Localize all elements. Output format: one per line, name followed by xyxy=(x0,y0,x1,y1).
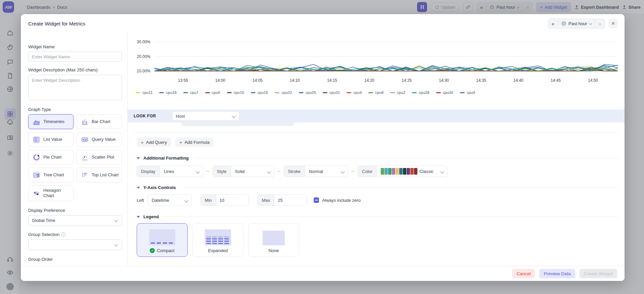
chevron-down-icon xyxy=(267,170,271,173)
modal-time-range-dropdown[interactable]: Past hour xyxy=(558,19,595,28)
legend-item[interactable]: cpu30 xyxy=(436,91,453,95)
palette-swatch xyxy=(403,168,406,175)
graph-type-list-value[interactable]: List Value xyxy=(28,132,74,147)
svg-text:13:55: 13:55 xyxy=(178,78,188,83)
display-label: Display xyxy=(137,166,160,177)
query-value-icon: 5.12 xyxy=(81,136,89,143)
palette-swatch xyxy=(384,168,388,175)
palette-swatch xyxy=(381,168,384,175)
chevron-down-icon xyxy=(232,114,235,118)
svg-text:14:15: 14:15 xyxy=(327,78,337,83)
group-selection-label: Group Selection i xyxy=(28,232,122,237)
legend-option-none[interactable]: None xyxy=(248,223,299,257)
close-icon[interactable]: ✕ xyxy=(608,19,618,28)
graph-type-query-value[interactable]: 5.12 Query Value xyxy=(77,132,122,147)
compact-legend-thumbnail xyxy=(149,229,175,245)
widget-config-panel: Widget Name Widget Description (Max 250 … xyxy=(21,33,128,266)
svg-text:5.12: 5.12 xyxy=(83,139,87,141)
widget-preview-panel: 30.00%20.00%10.00%13:5514:0014:0514:1014… xyxy=(128,33,625,266)
divider xyxy=(182,187,618,188)
collapse-triangle-icon xyxy=(137,157,140,159)
graph-type-hexagon-chart[interactable]: Hexagon Chart xyxy=(28,185,74,201)
display-preference-select[interactable]: Global Time xyxy=(28,215,122,226)
min-input[interactable] xyxy=(216,195,248,205)
stroke-control: Stroke Normal xyxy=(284,166,349,177)
widget-description-input[interactable] xyxy=(28,75,122,100)
stroke-label: Stroke xyxy=(284,166,305,177)
look-for-bar: LOOK FOR Host xyxy=(128,110,625,122)
max-input[interactable] xyxy=(274,195,307,205)
y-axis-controls-header[interactable]: Y-Axis Controls xyxy=(137,185,618,190)
create-widget-button[interactable]: Create Widget xyxy=(580,269,617,278)
legend-item[interactable]: cpu22 xyxy=(275,91,292,95)
left-axis-select[interactable]: Datetime xyxy=(148,195,191,205)
max-label: Max xyxy=(258,195,275,205)
legend-item[interactable]: cpu7 xyxy=(183,91,198,95)
palette-swatch xyxy=(392,168,395,175)
collapse-triangle-icon xyxy=(137,187,140,189)
legend-item[interactable]: cpu25 xyxy=(299,91,316,95)
legend-item[interactable]: cpu18 xyxy=(159,91,176,95)
graph-type-tree-chart[interactable]: Tree Chart xyxy=(28,168,74,182)
modal-time-forward-button[interactable]: » xyxy=(595,19,605,28)
graph-type-label: Graph Type xyxy=(28,107,122,112)
graph-type-timeseries[interactable]: Timeseries xyxy=(28,114,74,129)
palette-swatch xyxy=(396,168,399,175)
stroke-select[interactable]: Normal xyxy=(305,166,348,177)
group-selection-select[interactable] xyxy=(28,239,122,250)
plus-icon: + xyxy=(179,139,182,145)
display-select[interactable]: Lines xyxy=(160,166,203,177)
palette-swatch xyxy=(407,168,410,175)
collapse-triangle-icon xyxy=(137,216,140,218)
palette-swatch xyxy=(399,168,403,175)
legend-item[interactable]: cpu28 xyxy=(412,91,429,95)
max-control: Max xyxy=(258,194,307,206)
graph-type-bar-chart[interactable]: Bar Chart xyxy=(77,114,122,129)
legend-style-options: ✓ Compact Expanded None xyxy=(137,223,299,257)
legend-section-header[interactable]: Legend xyxy=(137,214,618,219)
legend-item[interactable]: cpu11 xyxy=(136,91,152,95)
graph-type-top-list-chart[interactable]: Top List Chart xyxy=(77,168,122,182)
legend-item[interactable]: cpu15 xyxy=(227,91,244,95)
divider xyxy=(351,171,355,172)
graph-type-pie-chart[interactable]: Pie Chart xyxy=(28,150,74,165)
none-legend-thumbnail xyxy=(263,231,285,245)
legend-item[interactable]: cpu8 xyxy=(368,91,383,95)
svg-text:14:50: 14:50 xyxy=(588,78,598,83)
divider xyxy=(195,158,618,158)
look-for-select[interactable]: Host xyxy=(172,111,239,121)
chevron-down-icon xyxy=(341,170,344,173)
formatting-controls-row: Display Lines Style Solid Stroke Normal … xyxy=(137,166,448,177)
palette-swatch xyxy=(414,168,417,175)
legend-option-compact[interactable]: ✓ Compact xyxy=(137,223,188,257)
left-axis-control: Datetime xyxy=(147,194,192,206)
add-query-button[interactable]: + Add Query xyxy=(137,137,171,147)
timeseries-icon xyxy=(33,118,40,126)
color-palette-swatches xyxy=(381,168,417,175)
style-select[interactable]: Solid xyxy=(231,166,274,177)
preview-data-button[interactable]: Preview Data xyxy=(539,269,575,278)
legend-item[interactable]: cpu5 xyxy=(205,91,220,95)
svg-text:20.00%: 20.00% xyxy=(137,54,150,59)
widget-name-input[interactable] xyxy=(28,52,122,62)
legend-item[interactable]: cpu4 xyxy=(347,91,362,95)
modal-time-back-button[interactable]: « xyxy=(548,19,558,28)
pie-chart-icon xyxy=(33,154,40,161)
legend-item[interactable]: cpu16 xyxy=(251,91,268,95)
always-include-zero-label: Always include zero xyxy=(322,198,361,203)
svg-text:14:45: 14:45 xyxy=(551,78,561,83)
legend-option-expanded[interactable]: Expanded xyxy=(192,223,243,257)
legend-item[interactable]: cpu2 xyxy=(390,91,405,95)
legend-item[interactable]: cpu31 xyxy=(323,91,340,95)
svg-text:14:05: 14:05 xyxy=(252,78,263,83)
additional-formatting-header[interactable]: Additional Formatting xyxy=(137,156,618,161)
cancel-button[interactable]: Cancel xyxy=(512,269,535,278)
always-include-zero-checkbox[interactable] xyxy=(314,197,319,203)
legend-item[interactable]: cpu9 xyxy=(460,91,475,95)
color-label: Color xyxy=(358,166,377,177)
color-select[interactable]: Classic xyxy=(377,166,447,177)
graph-type-scatter-plot[interactable]: Scatter Plot xyxy=(77,150,122,165)
divider xyxy=(165,217,618,217)
add-formula-button[interactable]: + Add Formula xyxy=(175,137,214,147)
timeseries-chart[interactable]: 30.00%20.00%10.00%13:5514:0014:0514:1014… xyxy=(133,33,619,84)
